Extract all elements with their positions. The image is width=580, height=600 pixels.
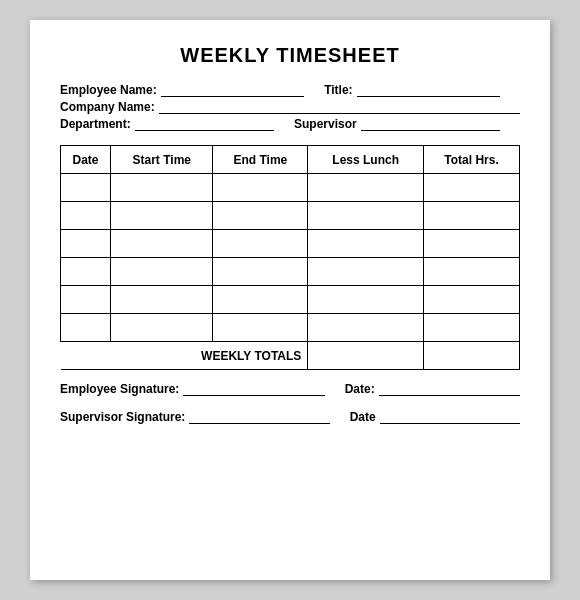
cell-r3-c4[interactable] (424, 258, 520, 286)
col-header-date: Date (61, 146, 111, 174)
totals-cell-1[interactable] (424, 342, 520, 370)
cell-r2-c3[interactable] (308, 230, 424, 258)
timesheet-table: Date Start Time End Time Less Lunch Tota… (60, 145, 520, 370)
cell-r0-c1[interactable] (111, 174, 213, 202)
employee-title-row: Employee Name: Title: (60, 83, 520, 97)
cell-r4-c4[interactable] (424, 286, 520, 314)
table-row (61, 174, 520, 202)
table-row (61, 230, 520, 258)
table-row (61, 314, 520, 342)
totals-cell-0[interactable] (308, 342, 424, 370)
title-line[interactable] (357, 83, 500, 97)
cell-r4-c2[interactable] (213, 286, 308, 314)
employee-sig-row: Employee Signature: Date: (60, 382, 520, 396)
table-row (61, 258, 520, 286)
company-row: Company Name: (60, 100, 520, 114)
cell-r5-c0[interactable] (61, 314, 111, 342)
employee-sig-label: Employee Signature: (60, 382, 179, 396)
supervisor-label: Supervisor (294, 117, 357, 131)
cell-r2-c1[interactable] (111, 230, 213, 258)
department-row: Department: Supervisor (60, 117, 520, 131)
timesheet-page: WEEKLY TIMESHEET Employee Name: Title: C… (30, 20, 550, 580)
cell-r2-c4[interactable] (424, 230, 520, 258)
supervisor-sig-label: Supervisor Signature: (60, 410, 185, 424)
department-line[interactable] (135, 117, 274, 131)
supervisor-date-label: Date (350, 410, 376, 424)
cell-r3-c1[interactable] (111, 258, 213, 286)
cell-r5-c3[interactable] (308, 314, 424, 342)
supervisor-date-line[interactable] (380, 410, 520, 424)
supervisor-line[interactable] (361, 117, 500, 131)
totals-row: WEEKLY TOTALS (61, 342, 520, 370)
cell-r0-c0[interactable] (61, 174, 111, 202)
cell-r1-c0[interactable] (61, 202, 111, 230)
cell-r0-c4[interactable] (424, 174, 520, 202)
employee-date-line[interactable] (379, 382, 520, 396)
cell-r3-c2[interactable] (213, 258, 308, 286)
table-row (61, 202, 520, 230)
info-section: Employee Name: Title: Company Name: Depa… (60, 83, 520, 131)
cell-r2-c0[interactable] (61, 230, 111, 258)
table-row (61, 286, 520, 314)
table-header-row: Date Start Time End Time Less Lunch Tota… (61, 146, 520, 174)
signature-section: Employee Signature: Date: Supervisor Sig… (60, 382, 520, 424)
company-name-label: Company Name: (60, 100, 155, 114)
employee-name-line[interactable] (161, 83, 304, 97)
company-name-line[interactable] (159, 100, 520, 114)
employee-date-label: Date: (345, 382, 375, 396)
col-header-start-time: Start Time (111, 146, 213, 174)
cell-r5-c4[interactable] (424, 314, 520, 342)
cell-r1-c3[interactable] (308, 202, 424, 230)
supervisor-sig-line[interactable] (189, 410, 329, 424)
cell-r4-c0[interactable] (61, 286, 111, 314)
cell-r1-c4[interactable] (424, 202, 520, 230)
cell-r5-c2[interactable] (213, 314, 308, 342)
totals-label: WEEKLY TOTALS (61, 342, 308, 370)
employee-sig-line[interactable] (183, 382, 324, 396)
cell-r5-c1[interactable] (111, 314, 213, 342)
employee-name-label: Employee Name: (60, 83, 157, 97)
cell-r3-c0[interactable] (61, 258, 111, 286)
page-title: WEEKLY TIMESHEET (60, 44, 520, 67)
supervisor-sig-row: Supervisor Signature: Date (60, 410, 520, 424)
cell-r4-c3[interactable] (308, 286, 424, 314)
cell-r0-c3[interactable] (308, 174, 424, 202)
cell-r3-c3[interactable] (308, 258, 424, 286)
col-header-end-time: End Time (213, 146, 308, 174)
col-header-less-lunch: Less Lunch (308, 146, 424, 174)
cell-r0-c2[interactable] (213, 174, 308, 202)
title-label: Title: (324, 83, 352, 97)
cell-r1-c2[interactable] (213, 202, 308, 230)
department-label: Department: (60, 117, 131, 131)
cell-r1-c1[interactable] (111, 202, 213, 230)
col-header-total-hrs: Total Hrs. (424, 146, 520, 174)
cell-r4-c1[interactable] (111, 286, 213, 314)
cell-r2-c2[interactable] (213, 230, 308, 258)
